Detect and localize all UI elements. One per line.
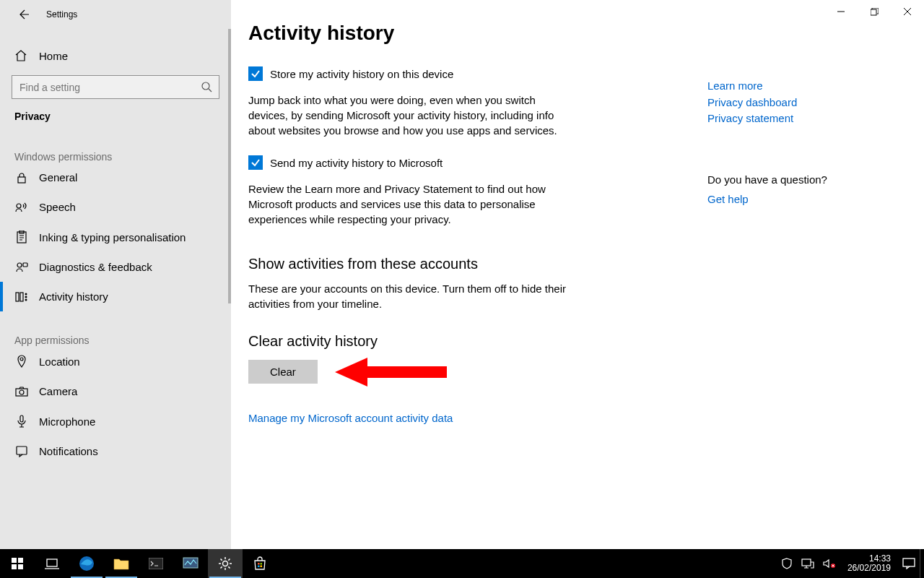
svg-point-14 bbox=[19, 390, 24, 394]
sidebar-item-label: Microphone bbox=[39, 415, 95, 428]
feedback-icon bbox=[14, 262, 29, 273]
tray-security-icon[interactable] bbox=[777, 549, 797, 578]
lock-icon bbox=[14, 172, 29, 184]
svg-rect-6 bbox=[23, 263, 27, 267]
sidebar-item-camera[interactable]: Camera bbox=[0, 376, 231, 406]
description-1: Jump back into what you were doing, even… bbox=[248, 92, 566, 138]
main-area: Activity history Store my activity histo… bbox=[231, 0, 924, 549]
section-header-app-permissions: App permissions bbox=[0, 311, 231, 346]
start-button[interactable] bbox=[0, 549, 35, 578]
sidebar-item-diagnostics[interactable]: Diagnostics & feedback bbox=[0, 252, 231, 282]
speech-icon bbox=[14, 202, 29, 213]
svg-rect-20 bbox=[18, 558, 23, 563]
home-nav[interactable]: Home bbox=[0, 40, 231, 71]
checkbox-send-activity[interactable]: Send my activity history to Microsoft bbox=[248, 155, 690, 170]
titlebar-left: Settings bbox=[0, 0, 231, 29]
right-pane: Learn more Privacy dashboard Privacy sta… bbox=[707, 0, 910, 549]
action-center-icon bbox=[902, 558, 915, 569]
privacy-dashboard-link[interactable]: Privacy dashboard bbox=[707, 95, 895, 111]
svg-marker-17 bbox=[335, 358, 447, 387]
svg-rect-21 bbox=[12, 564, 17, 569]
content: Activity history Store my activity histo… bbox=[231, 0, 707, 549]
svg-rect-30 bbox=[258, 566, 260, 568]
close-button[interactable] bbox=[891, 0, 924, 23]
svg-rect-16 bbox=[17, 447, 27, 454]
svg-point-9 bbox=[25, 293, 27, 295]
accounts-header: Show activities from these accounts bbox=[248, 256, 690, 272]
microphone-icon bbox=[14, 415, 29, 428]
tray-network-icon[interactable] bbox=[797, 549, 819, 578]
activity-icon bbox=[14, 291, 29, 303]
current-category: Privacy bbox=[0, 99, 231, 128]
checkbox-checked-icon bbox=[248, 155, 263, 170]
question-header: Do you have a question? bbox=[707, 173, 895, 186]
search-input[interactable] bbox=[12, 75, 219, 99]
accounts-description: These are your accounts on this device. … bbox=[248, 281, 566, 311]
sidebar-item-label: Activity history bbox=[39, 290, 108, 303]
checkbox-store-activity[interactable]: Store my activity history on this device bbox=[248, 66, 690, 81]
back-button[interactable] bbox=[14, 6, 32, 23]
svg-point-11 bbox=[25, 298, 27, 301]
taskbar-app-terminal[interactable] bbox=[139, 549, 173, 578]
store-icon bbox=[253, 556, 267, 571]
sidebar-item-location[interactable]: Location bbox=[0, 346, 231, 376]
arrow-left-icon bbox=[17, 9, 29, 20]
location-icon bbox=[14, 355, 29, 368]
taskbar-app-edge[interactable] bbox=[69, 549, 104, 578]
checkbox-label: Store my activity history on this device bbox=[270, 68, 453, 80]
manage-account-data-link[interactable]: Manage my Microsoft account activity dat… bbox=[248, 410, 690, 427]
camera-icon bbox=[14, 387, 29, 397]
speaker-muted-icon bbox=[823, 558, 836, 569]
svg-rect-32 bbox=[802, 559, 811, 566]
taskbar-app-settings[interactable] bbox=[208, 549, 243, 578]
svg-point-2 bbox=[17, 204, 21, 208]
network-icon bbox=[801, 558, 814, 569]
sidebar-item-microphone[interactable]: Microphone bbox=[0, 406, 231, 436]
svg-rect-18 bbox=[871, 9, 876, 15]
taskbar: 14:33 26/02/2019 bbox=[0, 549, 924, 578]
maximize-button[interactable] bbox=[858, 0, 891, 23]
learn-more-link[interactable]: Learn more bbox=[707, 78, 895, 95]
minimize-button[interactable] bbox=[824, 0, 858, 23]
sidebar-item-label: Diagnostics & feedback bbox=[39, 261, 152, 273]
sidebar-item-label: Camera bbox=[39, 385, 77, 397]
taskbar-date: 26/02/2019 bbox=[847, 564, 891, 573]
show-desktop-button[interactable] bbox=[920, 549, 924, 578]
page-title: Activity history bbox=[248, 22, 690, 45]
sidebar-item-general[interactable]: General bbox=[0, 163, 231, 192]
shield-icon bbox=[781, 558, 793, 569]
sidebar-scrollbar[interactable] bbox=[228, 29, 231, 303]
sidebar-item-inking[interactable]: Inking & typing personalisation bbox=[0, 222, 231, 252]
sidebar-item-speech[interactable]: Speech bbox=[0, 192, 231, 222]
svg-rect-22 bbox=[18, 564, 23, 569]
svg-point-12 bbox=[20, 358, 23, 361]
taskbar-app-monitor[interactable] bbox=[173, 549, 208, 578]
svg-point-27 bbox=[223, 561, 228, 566]
sidebar-item-label: Speech bbox=[39, 201, 76, 213]
action-center-button[interactable] bbox=[898, 549, 920, 578]
svg-rect-23 bbox=[47, 559, 57, 566]
checkbox-label: Send my activity history to Microsoft bbox=[270, 157, 443, 169]
taskbar-tray: 14:33 26/02/2019 bbox=[777, 549, 924, 578]
edge-icon bbox=[79, 556, 95, 571]
taskbar-app-store[interactable] bbox=[243, 549, 277, 578]
svg-point-10 bbox=[25, 296, 27, 298]
gear-icon bbox=[218, 556, 232, 571]
taskbar-app-explorer[interactable] bbox=[104, 549, 139, 578]
privacy-statement-link[interactable]: Privacy statement bbox=[707, 111, 895, 127]
svg-rect-31 bbox=[261, 566, 263, 568]
sidebar: Settings Home Privacy Windows permission… bbox=[0, 0, 231, 549]
clear-history-header: Clear activity history bbox=[248, 333, 690, 350]
terminal-icon bbox=[149, 558, 163, 569]
sidebar-item-notifications[interactable]: Notifications bbox=[0, 436, 231, 466]
clipboard-icon bbox=[14, 230, 29, 243]
sidebar-item-activity-history[interactable]: Activity history bbox=[0, 282, 231, 311]
clear-button[interactable]: Clear bbox=[248, 360, 318, 384]
get-help-link[interactable]: Get help bbox=[707, 191, 895, 208]
sidebar-item-label: Inking & typing personalisation bbox=[39, 231, 186, 243]
sidebar-item-label: Location bbox=[39, 355, 80, 368]
tray-volume-icon[interactable] bbox=[819, 549, 840, 578]
task-view-button[interactable] bbox=[35, 549, 69, 578]
svg-rect-34 bbox=[903, 558, 915, 566]
taskbar-clock[interactable]: 14:33 26/02/2019 bbox=[840, 554, 898, 573]
